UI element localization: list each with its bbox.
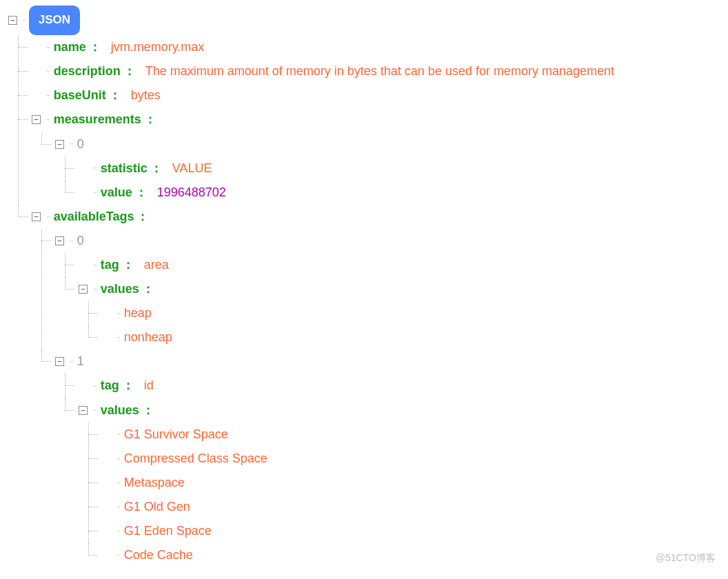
json-root-badge: JSON [29,6,80,35]
json-value: The maximum amount of memory in bytes th… [145,59,614,83]
tree-connector-icon: ·· [93,257,97,273]
list-item: ··Metaspace [102,471,720,495]
json-key: values [101,398,139,423]
collapse-icon[interactable]: − [79,406,88,415]
json-value: nonheap [124,325,172,349]
tree-connector-icon: ·· [117,329,120,345]
prop-availabletags: −·· availableTags： −·· 0 ·· tag： ar [32,205,720,567]
array-item: −·· 1 ·· tag： id − [55,349,720,567]
array-index: 1 [77,349,84,374]
tree-connector-icon: ·· [117,499,120,515]
json-value: Code Cache [124,543,193,567]
list-item: ··nonheap [102,325,720,349]
json-key: availableTags [54,205,134,229]
list-item: ··G1 Survivor Space [102,423,720,447]
prop-description: ·· description： The maximum amount of me… [32,59,720,83]
tree-connector-icon: ·· [46,88,50,103]
prop-value: ·· value： 1996488702 [79,181,720,205]
tree-connector-icon: ·· [46,39,50,55]
watermark-text: @51CTO博客 [656,549,716,567]
array-item: −·· 0 ·· tag： area [55,229,720,349]
json-value: 1996488702 [157,181,226,205]
tree-connector-icon: ·· [117,475,120,491]
tree-connector-icon: ·· [23,12,26,28]
prop-tag: ·· tag： id [79,374,720,398]
list-item: ··heap [102,301,720,325]
json-value: Compressed Class Space [124,447,267,471]
json-tree-root: − ·· JSON ·· name： jvm.memory.max ·· des… [8,6,720,567]
json-value: Metaspace [124,471,185,495]
json-key: tag [101,253,119,277]
tree-connector-icon: ·· [93,185,97,201]
collapse-icon[interactable]: − [79,285,88,294]
prop-baseunit: ·· baseUnit： bytes [32,83,720,108]
collapse-icon[interactable]: − [55,140,64,149]
tree-connector-icon: ·· [93,281,97,297]
collapse-icon[interactable]: − [55,357,64,366]
prop-values: −·· values： ··G1 Survivor Space ··Compre… [79,398,720,568]
tree-connector-icon: ·· [70,354,73,369]
json-key: values [101,277,139,301]
tree-connector-icon: ·· [70,233,73,249]
tree-connector-icon: ·· [117,426,120,442]
tree-connector-icon: ·· [117,523,120,539]
json-value: VALUE [172,156,212,181]
json-value: id [144,374,154,398]
list-item: ··G1 Eden Space [102,519,720,543]
tree-connector-icon: ·· [117,451,120,467]
json-key: tag [101,374,119,398]
list-item: ··G1 Old Gen [102,495,720,519]
prop-name: ·· name： jvm.memory.max [32,35,720,59]
json-key: statistic [101,156,148,181]
tree-connector-icon: ·· [117,547,120,563]
tree-connector-icon: ·· [46,209,50,225]
tree-connector-icon: ·· [70,136,73,152]
json-value: G1 Eden Space [124,519,212,543]
tree-connector-icon: ·· [46,63,50,79]
json-key: measurements [54,108,141,132]
json-value: G1 Survivor Space [124,423,228,447]
tree-connector-icon: ·· [117,305,120,321]
json-key: name [54,35,86,59]
array-index: 0 [77,132,84,156]
tree-connector-icon: ·· [93,378,97,394]
json-value: area [144,253,169,277]
array-index: 0 [77,229,84,253]
tree-connector-icon: ·· [93,402,97,418]
list-item: ··Compressed Class Space [102,447,720,471]
json-value: jvm.memory.max [111,35,205,59]
collapse-icon[interactable]: − [8,16,17,25]
json-value: G1 Old Gen [124,495,190,519]
json-key: baseUnit [54,83,106,108]
collapse-icon[interactable]: − [55,236,64,245]
json-key: value [101,181,132,205]
prop-tag: ·· tag： area [79,253,720,277]
list-item: ··Code Cache [102,543,720,567]
prop-measurements: −·· measurements： −·· 0 ·· statistic： [32,108,720,204]
prop-statistic: ·· statistic： VALUE [79,156,720,181]
array-item: −·· 0 ·· statistic： VALUE [55,132,720,205]
collapse-icon[interactable]: − [32,115,41,124]
json-key: description [54,59,121,83]
collapse-icon[interactable]: − [32,212,41,221]
tree-connector-icon: ·· [93,160,97,176]
json-value: heap [124,301,152,325]
prop-values: −·· values： ··heap ··nonheap [79,277,720,349]
json-value: bytes [131,83,161,108]
tree-connector-icon: ·· [46,112,50,128]
